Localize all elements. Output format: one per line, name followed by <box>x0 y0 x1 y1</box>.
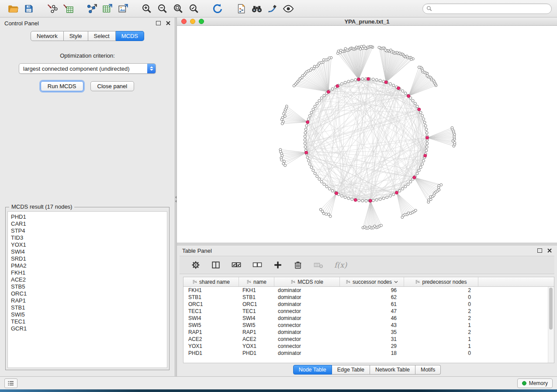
trash-icon <box>293 260 303 270</box>
header-mcds-role[interactable]: MCDS role <box>274 277 340 286</box>
table-row[interactable]: ORC1 ORC1 dominator 61 0 <box>183 301 554 308</box>
mcds-result-item[interactable]: STP4 <box>11 227 167 234</box>
plus-icon <box>273 260 283 270</box>
search-field[interactable] <box>422 3 552 14</box>
mcds-result-item[interactable]: ORC1 <box>11 290 167 297</box>
mcds-result-item[interactable]: YOX1 <box>11 241 167 248</box>
zoom-fit-button[interactable] <box>170 2 186 16</box>
tab-node-table[interactable]: Node Table <box>293 365 332 375</box>
eye-icon <box>282 3 294 15</box>
table-row[interactable]: ACE2 ACE2 connector 31 1 <box>183 336 554 343</box>
table-toolbar: f(x) <box>180 256 554 274</box>
mcds-result-item[interactable]: GCR1 <box>11 325 167 332</box>
close-panel-icon[interactable] <box>166 21 170 25</box>
mcds-result-item[interactable]: RAP1 <box>11 297 167 304</box>
close-table-panel-icon[interactable] <box>547 248 552 253</box>
import-table-button[interactable] <box>60 2 76 16</box>
zoom-in-button[interactable] <box>139 2 155 16</box>
sort-icon <box>346 279 350 284</box>
table-panel-title: Table Panel <box>182 248 212 254</box>
mcds-result-title: MCDS result (17 nodes) <box>9 203 74 210</box>
export-network-icon <box>86 3 97 14</box>
header-predecessor-nodes[interactable]: predecessor nodes <box>404 277 478 286</box>
desktop-wallpaper-strip <box>0 389 557 392</box>
mcds-result-item[interactable]: TID3 <box>11 234 167 241</box>
table-row[interactable]: RAP1 RAP1 dominator 35 2 <box>183 329 554 336</box>
mcds-result-item[interactable]: STB5 <box>11 283 167 290</box>
find-button[interactable] <box>249 2 265 16</box>
mcds-result-item[interactable]: STB1 <box>11 304 167 311</box>
search-input[interactable] <box>434 5 548 12</box>
zoom-selected-button[interactable] <box>186 2 202 16</box>
save-floppy-icon <box>24 3 34 14</box>
splitter-handle-icon[interactable] <box>175 194 176 204</box>
table-scrollbar[interactable] <box>548 287 554 363</box>
scrollbar-thumb[interactable] <box>549 288 553 330</box>
zoom-out-icon <box>157 3 168 14</box>
mcds-result-item[interactable]: ACE2 <box>11 276 167 283</box>
refresh-view-button[interactable] <box>210 2 225 16</box>
select-all-columns-button[interactable] <box>231 260 242 270</box>
open-session-button[interactable] <box>5 2 21 16</box>
float-table-panel-button[interactable] <box>537 248 542 253</box>
create-column-button[interactable] <box>273 260 283 270</box>
network-canvas[interactable] <box>177 26 557 243</box>
delete-column-button[interactable] <box>293 260 303 270</box>
show-columns-button[interactable] <box>211 260 221 270</box>
tab-style[interactable]: Style <box>64 31 88 41</box>
mcds-result-item[interactable]: SWI4 <box>11 248 167 255</box>
tab-network[interactable]: Network <box>31 31 64 41</box>
window-minimize-icon[interactable] <box>190 19 195 24</box>
vertical-splitter[interactable] <box>175 17 177 376</box>
tab-motifs[interactable]: Motifs <box>415 365 441 375</box>
save-session-button[interactable] <box>21 2 37 16</box>
network-window-title: YPA_prune.txt_1 <box>177 18 557 25</box>
window-maximize-icon[interactable] <box>199 19 204 24</box>
table-settings-button[interactable] <box>191 260 201 270</box>
clone-network-button[interactable] <box>233 2 249 16</box>
show-hide-button[interactable] <box>280 2 296 16</box>
table-row[interactable]: STB1 STB1 dominator 62 0 <box>183 294 554 301</box>
zoom-out-button[interactable] <box>155 2 170 16</box>
export-image-button[interactable] <box>115 2 131 16</box>
export-table-button[interactable] <box>100 2 115 16</box>
zoom-fit-icon <box>173 3 184 14</box>
tab-network-table[interactable]: Network Table <box>370 365 415 375</box>
mcds-result-item[interactable]: FKH1 <box>11 269 167 276</box>
apply-style-button[interactable] <box>265 2 280 16</box>
window-close-icon[interactable] <box>181 19 187 24</box>
tab-mcds[interactable]: MCDS <box>116 31 144 41</box>
header-successor-nodes[interactable]: successor nodes <box>340 277 404 286</box>
table-row[interactable]: SWI4 SWI4 dominator 46 2 <box>183 315 554 322</box>
mcds-result-item[interactable]: TEC1 <box>11 318 167 325</box>
float-panel-button[interactable] <box>156 21 161 25</box>
table-row[interactable]: TEC1 TEC1 connector 47 2 <box>183 308 554 315</box>
task-history-button[interactable] <box>4 378 17 388</box>
deselect-all-columns-button[interactable] <box>252 260 263 270</box>
mcds-result-item[interactable]: SRD1 <box>11 255 167 262</box>
mcds-result-item[interactable]: PMA2 <box>11 262 167 269</box>
network-view-window: YPA_prune.txt_1 <box>177 17 557 243</box>
run-mcds-button[interactable]: Run MCDS <box>41 81 83 91</box>
mcds-result-item[interactable]: CAR1 <box>11 220 167 227</box>
memory-button[interactable]: Memory <box>517 378 553 388</box>
header-shared-name[interactable]: shared name <box>183 277 239 286</box>
header-name[interactable]: name <box>239 277 274 286</box>
table-row[interactable]: FKH1 FKH1 dominator 96 2 <box>183 287 554 294</box>
sort-icon <box>246 279 251 284</box>
zoom-in-icon <box>141 3 152 14</box>
criterion-dropdown[interactable]: largest connected component (undirected) <box>19 63 156 74</box>
import-network-button[interactable] <box>45 2 60 16</box>
export-network-button[interactable] <box>84 2 100 16</box>
mcds-result-item[interactable]: PHD1 <box>11 213 167 220</box>
tab-select[interactable]: Select <box>88 31 116 41</box>
sort-icon <box>415 279 420 284</box>
tab-edge-table[interactable]: Edge Table <box>332 365 370 375</box>
mcds-result-item[interactable]: SWI5 <box>11 311 167 318</box>
table-row[interactable]: SWI5 SWI5 connector 43 1 <box>183 322 554 329</box>
unchecked-boxes-icon <box>252 260 263 270</box>
table-row[interactable]: PHD1 PHD1 dominator 18 0 <box>183 350 554 357</box>
export-table-icon <box>102 3 113 14</box>
table-row[interactable]: YOX1 YOX1 connector 29 1 <box>183 343 554 350</box>
close-panel-button[interactable]: Close panel <box>90 81 135 91</box>
